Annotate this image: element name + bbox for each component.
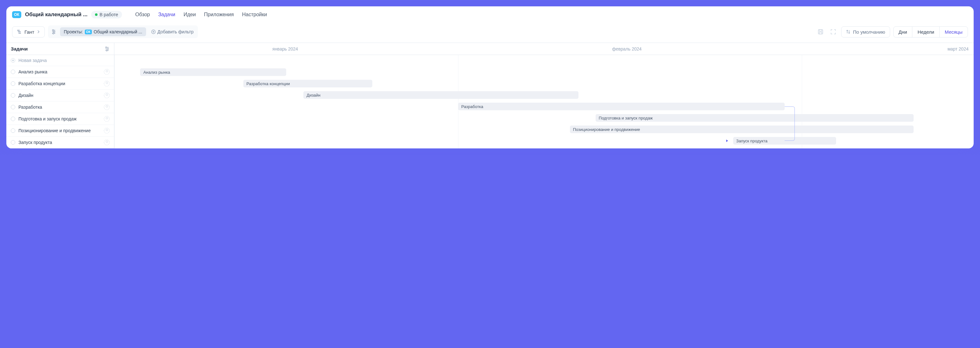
assignee-icon[interactable] bbox=[104, 93, 110, 98]
gantt-bar[interactable]: Анализ рынка bbox=[140, 68, 286, 76]
project-mini-badge: ОК bbox=[85, 30, 92, 34]
gantt-bar[interactable]: Разработка концепции bbox=[243, 80, 372, 88]
seg-weeks[interactable]: Недели bbox=[912, 27, 940, 37]
gantt-bar[interactable]: Подготовка и запуск продаж bbox=[596, 114, 913, 122]
project-badge: ОК bbox=[12, 11, 21, 18]
status-circle-icon bbox=[11, 70, 15, 74]
new-task-label: Новая задача bbox=[18, 58, 110, 63]
add-filter-button[interactable]: Добавить фильтр bbox=[149, 27, 196, 36]
new-task-row[interactable]: Новая задача bbox=[6, 55, 114, 66]
task-label: Запуск продукта bbox=[18, 140, 101, 145]
sort-button[interactable]: По умолчанию bbox=[841, 26, 890, 37]
task-row[interactable]: Разработка концепции bbox=[6, 78, 114, 89]
save-icon[interactable] bbox=[816, 27, 825, 37]
gantt-row: Запуск продукта bbox=[115, 135, 974, 147]
status-circle-icon bbox=[11, 117, 15, 121]
month-mar: март 2024 bbox=[798, 46, 974, 51]
month-jan: январь 2024 bbox=[115, 46, 456, 51]
svg-rect-0 bbox=[17, 30, 20, 31]
assignee-icon[interactable] bbox=[104, 139, 110, 145]
task-label: Позиционирование и продвижение bbox=[18, 128, 101, 133]
task-row[interactable]: Дизайн bbox=[6, 89, 114, 101]
task-row[interactable]: Разработка bbox=[6, 101, 114, 113]
page-title: Общий календарный ... bbox=[25, 11, 88, 18]
assignee-icon[interactable] bbox=[104, 104, 110, 110]
gantt-row: Анализ рынка bbox=[115, 66, 974, 78]
task-row[interactable]: Анализ рынка bbox=[6, 66, 114, 78]
month-feb: февраль 2024 bbox=[456, 46, 798, 51]
topbar: ОК Общий календарный ... В работе Обзор … bbox=[6, 6, 974, 23]
task-label: Анализ рынка bbox=[18, 69, 101, 74]
sliders-icon[interactable] bbox=[50, 29, 57, 34]
time-scale-segment: Дни Недели Месяцы bbox=[893, 26, 968, 37]
status-circle-icon bbox=[11, 105, 15, 109]
projects-label: Проекты: bbox=[64, 29, 83, 34]
gantt-row: Дизайн bbox=[115, 89, 974, 101]
svg-point-16 bbox=[105, 47, 107, 48]
svg-point-8 bbox=[53, 33, 54, 34]
sidebar-title: Задачи bbox=[11, 46, 28, 51]
view-label: Гант bbox=[24, 29, 34, 35]
nav-ideas[interactable]: Идеи bbox=[184, 12, 196, 18]
seg-days[interactable]: Дни bbox=[894, 27, 913, 37]
nav-tasks[interactable]: Задачи bbox=[158, 12, 175, 18]
status-circle-icon bbox=[11, 81, 15, 86]
svg-point-20 bbox=[106, 50, 107, 51]
svg-point-6 bbox=[54, 31, 55, 32]
assignee-icon[interactable] bbox=[104, 128, 110, 134]
assignee-icon[interactable] bbox=[104, 81, 110, 86]
columns-icon[interactable] bbox=[105, 46, 110, 51]
svg-rect-13 bbox=[819, 30, 822, 31]
svg-point-4 bbox=[52, 30, 54, 31]
nav-apps[interactable]: Приложения bbox=[204, 12, 234, 18]
dependency-arrow-icon bbox=[726, 139, 728, 142]
sidebar-header: Задачи bbox=[6, 43, 114, 55]
task-label: Дизайн bbox=[18, 93, 101, 98]
gantt-spacer-row bbox=[115, 55, 974, 66]
sort-icon bbox=[846, 30, 850, 34]
sort-label: По умолчанию bbox=[853, 29, 885, 35]
project-filter-chip[interactable]: Проекты: ОК Общий календарный ... bbox=[60, 27, 146, 36]
task-list: Анализ рынкаРазработка концепцииДизайнРа… bbox=[6, 66, 114, 148]
toolbar: Гант Проекты: ОК Общий календарный ... Д… bbox=[6, 23, 974, 43]
gantt-row: Разработка концепции bbox=[115, 78, 974, 89]
task-row[interactable]: Позиционирование и продвижение bbox=[6, 125, 114, 137]
nav: Обзор Задачи Идеи Приложения Настройки bbox=[135, 12, 267, 18]
gantt-bar[interactable]: Разработка bbox=[458, 103, 784, 110]
gantt-icon bbox=[17, 29, 22, 34]
plus-circle-icon bbox=[151, 30, 156, 34]
svg-rect-1 bbox=[18, 32, 21, 32]
add-filter-label: Добавить фильтр bbox=[158, 29, 194, 34]
expand-icon[interactable] bbox=[829, 27, 838, 37]
status-circle-icon bbox=[11, 93, 15, 97]
task-label: Разработка bbox=[18, 105, 101, 110]
gantt-row: Позиционирование и продвижение bbox=[115, 124, 974, 135]
status-dot-icon bbox=[95, 13, 97, 16]
svg-point-18 bbox=[107, 48, 109, 49]
task-row[interactable]: Запуск продукта bbox=[6, 137, 114, 148]
assignee-icon[interactable] bbox=[104, 69, 110, 75]
status-label: В работе bbox=[99, 12, 118, 17]
main: Задачи Новая задача Анализ рынкаРазработ… bbox=[6, 43, 974, 148]
status-circle-icon bbox=[11, 140, 15, 145]
view-switcher[interactable]: Гант bbox=[12, 26, 45, 37]
gantt-chart: январь 2024 февраль 2024 март 2024 Анали… bbox=[115, 43, 974, 148]
gantt-rows: Анализ рынкаРазработка концепцииДизайнРа… bbox=[115, 55, 974, 147]
filter-group: Проекты: ОК Общий календарный ... Добави… bbox=[48, 26, 198, 38]
task-label: Подготовка и запуск продаж bbox=[18, 117, 101, 121]
nav-settings[interactable]: Настройки bbox=[242, 12, 267, 18]
svg-rect-12 bbox=[818, 30, 823, 34]
nav-overview[interactable]: Обзор bbox=[135, 12, 150, 18]
task-sidebar: Задачи Новая задача Анализ рынкаРазработ… bbox=[6, 43, 115, 148]
task-row[interactable]: Подготовка и запуск продаж bbox=[6, 113, 114, 125]
gantt-bar[interactable]: Позиционирование и продвижение bbox=[570, 126, 913, 133]
gantt-row: Разработка bbox=[115, 101, 974, 112]
gantt-bar[interactable]: Запуск продукта bbox=[733, 137, 837, 145]
seg-months[interactable]: Месяцы bbox=[940, 27, 967, 37]
chevron-right-icon bbox=[37, 30, 40, 34]
task-label: Разработка концепции bbox=[18, 81, 101, 86]
status-circle-icon bbox=[11, 128, 15, 133]
gantt-bar[interactable]: Дизайн bbox=[303, 91, 579, 99]
assignee-icon[interactable] bbox=[104, 116, 110, 122]
svg-rect-2 bbox=[18, 33, 21, 34]
